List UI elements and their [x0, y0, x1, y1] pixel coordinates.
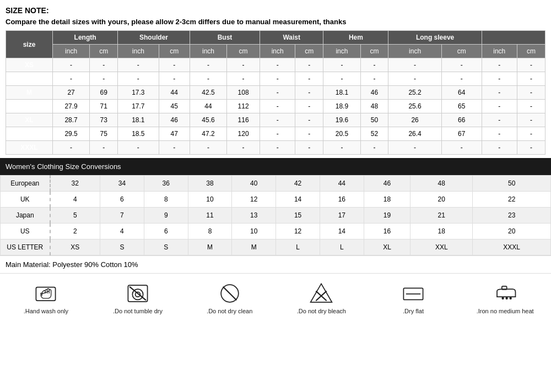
conv-cell: 36	[144, 176, 188, 192]
size-cell: -	[260, 113, 295, 127]
extra-header	[482, 31, 545, 45]
svg-marker-7	[311, 284, 332, 302]
size-cell: 20.5	[323, 127, 360, 141]
size-cell: -	[190, 72, 226, 86]
size-cell: 17.7	[118, 100, 159, 113]
sleeve-inch: inch	[388, 45, 441, 58]
svg-point-13	[502, 298, 504, 300]
size-cell: 75	[90, 127, 118, 141]
bust-inch: inch	[190, 45, 226, 58]
conversion-section: Women's Clothing Size Conversions Europe…	[0, 158, 551, 255]
size-cell: -	[441, 72, 482, 86]
hand-wash-icon	[34, 281, 58, 306]
size-row-label: M	[6, 86, 53, 100]
conv-cell: 6	[144, 224, 188, 239]
sleeve-cm: cm	[441, 45, 482, 58]
size-cell: -	[190, 141, 226, 155]
size-cell: 29.5	[52, 127, 89, 141]
conv-cell: XXXL	[473, 239, 551, 255]
size-cell: 28.7	[52, 113, 89, 127]
size-cell: 47	[159, 127, 190, 141]
conv-cell: 2	[50, 224, 100, 239]
size-cell: -	[260, 86, 295, 100]
iron-medium-label: .Iron no medium heat	[477, 308, 534, 314]
size-cell: -	[482, 127, 517, 141]
waist-inch: inch	[260, 45, 295, 58]
size-cell: -	[441, 141, 482, 155]
care-hand-wash: .Hand wash only	[0, 279, 92, 317]
size-cell: 52	[360, 127, 388, 141]
length-header: Length	[52, 31, 117, 45]
size-cell: 73	[90, 113, 118, 127]
size-cell: 44	[159, 86, 190, 100]
size-cell: -	[260, 100, 295, 113]
size-cell: 67	[441, 127, 482, 141]
size-cell: -	[517, 127, 545, 141]
extra-cm: cm	[517, 45, 545, 58]
material-label: Main Material:	[6, 260, 51, 269]
conv-cell: 12	[276, 224, 320, 239]
conv-cell: 10	[188, 192, 232, 208]
size-cell: 26.4	[388, 127, 441, 141]
conv-cell: 8	[188, 224, 232, 239]
size-cell: -	[295, 72, 323, 86]
size-cell: -	[388, 141, 441, 155]
conv-cell: XXL	[410, 239, 473, 255]
conv-cell: 11	[188, 208, 232, 224]
size-cell: 18.9	[323, 100, 360, 113]
size-cell: -	[517, 86, 545, 100]
size-cell: -	[90, 141, 118, 155]
svg-point-15	[510, 298, 511, 300]
conversion-header: Women's Clothing Size Conversions	[0, 158, 551, 175]
conv-cell: M	[188, 239, 232, 255]
size-cell: -	[52, 58, 89, 72]
hem-cm: cm	[360, 45, 388, 58]
size-cell: 18.1	[323, 86, 360, 100]
conv-cell: S	[144, 239, 188, 255]
conv-row-label: US	[1, 224, 50, 239]
conv-cell: L	[276, 239, 320, 255]
size-cell: 116	[227, 113, 260, 127]
conv-cell: 42	[276, 176, 320, 192]
size-cell: -	[388, 72, 441, 86]
size-cell: -	[90, 58, 118, 72]
conv-cell: 13	[232, 208, 276, 224]
conv-cell: 8	[144, 192, 188, 208]
size-note-body: Compare the detail sizes with yours, ple…	[6, 17, 545, 28]
svg-line-6	[223, 287, 236, 301]
bust-cm: cm	[227, 45, 260, 58]
size-cell: 25.6	[388, 100, 441, 113]
conv-cell: 50	[473, 176, 551, 192]
care-no-tumble-dry: .Do not tumble dry	[92, 279, 184, 317]
conv-cell: 17	[320, 208, 364, 224]
size-table: size Length Shoulder Bust Waist Hem Long…	[6, 30, 545, 155]
conv-cell: 18	[410, 224, 473, 239]
svg-point-14	[506, 298, 507, 300]
size-row-label: XXL	[6, 127, 53, 141]
size-cell: -	[159, 72, 190, 86]
conv-cell: 32	[50, 176, 100, 192]
size-col-header: size	[6, 31, 53, 58]
conv-cell: 19	[364, 208, 410, 224]
conv-cell: 7	[100, 208, 144, 224]
size-cell: -	[295, 141, 323, 155]
conv-cell: 44	[320, 176, 364, 192]
size-cell: -	[323, 141, 360, 155]
conv-cell: 14	[276, 192, 320, 208]
size-cell: 18.5	[118, 127, 159, 141]
size-cell: 69	[90, 86, 118, 100]
size-row-label: XS	[6, 58, 53, 72]
size-cell: -	[227, 58, 260, 72]
size-cell: 27	[52, 86, 89, 100]
no-bleach-label: .Do not dry bleach	[297, 308, 346, 314]
care-no-bleach: .Do not dry bleach	[276, 279, 368, 317]
conv-cell: 15	[276, 208, 320, 224]
size-cell: -	[295, 58, 323, 72]
conv-cell: 4	[50, 192, 100, 208]
size-cell: 45.6	[190, 113, 226, 127]
conv-cell: 16	[320, 192, 364, 208]
size-cell: -	[260, 58, 295, 72]
bust-header: Bust	[190, 31, 260, 45]
no-tumble-dry-label: .Do not tumble dry	[113, 308, 163, 314]
size-cell: -	[517, 113, 545, 127]
